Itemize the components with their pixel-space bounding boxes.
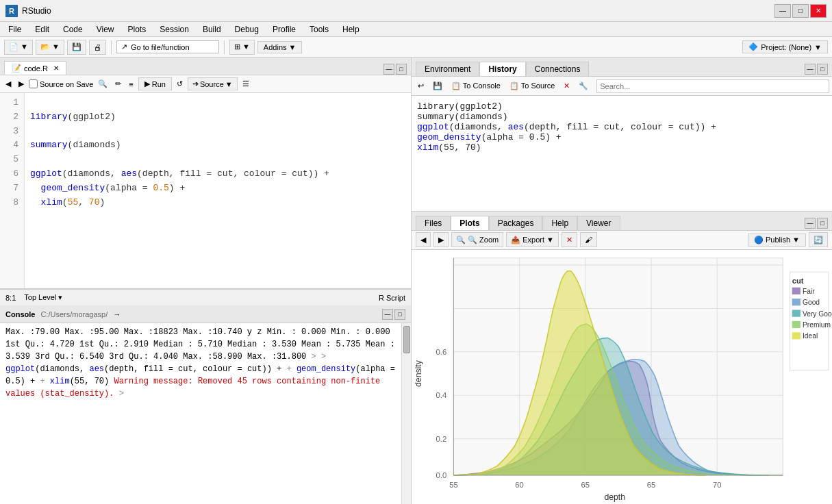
tab-close-icon[interactable]: ✕ (53, 64, 59, 72)
env-to-source-btn[interactable]: 📋 To Source (506, 79, 558, 94)
console-maximize-btn[interactable]: □ (394, 309, 405, 320)
svg-text:0.2: 0.2 (436, 434, 447, 442)
export-icon: 📤 (511, 236, 520, 244)
publish-label: Publish (766, 236, 790, 244)
level-indicator: Top Level ▾ (24, 293, 62, 302)
console-text[interactable]: Max. :79.00 Max. :95.00 Max. :18823 Max.… (0, 323, 401, 504)
menu-item-edit[interactable]: Edit (29, 23, 55, 36)
env-minimize-btn[interactable]: — (805, 64, 816, 75)
plots-section: Files Plots Packages Help Viewer — □ ◀ ▶… (412, 212, 832, 504)
env-maximize-btn[interactable]: □ (817, 64, 828, 75)
env-load-btn[interactable]: ↩ (414, 79, 427, 94)
help-tab[interactable]: Help (542, 216, 577, 230)
minimize-button[interactable]: — (774, 4, 791, 18)
editor-menu-button[interactable]: ☰ (240, 77, 252, 91)
run-button[interactable]: ▶ Run (138, 77, 172, 90)
right-panel: Environment History Connections — □ ↩ 💾 … (412, 58, 832, 504)
packages-tab[interactable]: Packages (489, 216, 543, 230)
menu-item-build[interactable]: Build (197, 23, 227, 36)
history-content: library(ggplot2) summary(diamonds) ggplo… (412, 96, 832, 211)
code-text[interactable]: library(ggplot2) summary(diamonds) ggplo… (25, 93, 411, 288)
plots-forward-btn[interactable]: ▶ (433, 232, 449, 247)
editor-search-button[interactable]: 🔍 (95, 77, 110, 91)
cursor-position: 8:1 (5, 294, 16, 302)
source-button[interactable]: ➔ Source ▼ (188, 77, 238, 90)
menu-item-profile[interactable]: Profile (267, 23, 301, 36)
close-button[interactable]: ✕ (810, 4, 827, 18)
addins-button[interactable]: Addins ▼ (257, 41, 303, 53)
rerun-button[interactable]: ↺ (174, 77, 186, 91)
plots-clear-btn[interactable]: ✕ (562, 232, 577, 247)
console-line-3qu-y: 3rd Qu.: 6.540 3rd Qu.: 4.040 (35, 352, 183, 362)
publish-button[interactable]: 🔵 Publish ▼ (748, 234, 806, 247)
menubar: FileEditCodeViewPlotsSessionBuildDebugPr… (0, 22, 832, 37)
source-on-save-checkbox[interactable]: Source on Save (29, 79, 93, 88)
console-empty-prompt: > (312, 352, 321, 362)
menu-item-plots[interactable]: Plots (123, 23, 152, 36)
console-line-headers: y z (247, 327, 267, 337)
svg-text:Fair: Fair (803, 288, 815, 295)
menu-item-session[interactable]: Session (154, 23, 194, 36)
plots-zoom-btn[interactable]: 🔍 🔍 Zoom (451, 232, 503, 247)
svg-rect-27 (792, 299, 801, 305)
save-button[interactable]: 💾 (67, 40, 86, 55)
source-on-save-input[interactable] (29, 79, 38, 88)
menu-item-help[interactable]: Help (337, 23, 365, 36)
editor-tab-code[interactable]: 📝 code.R ✕ (4, 61, 66, 75)
menu-item-file[interactable]: File (3, 23, 27, 36)
editor-minimize-btn[interactable]: — (383, 64, 394, 75)
history-tab[interactable]: History (479, 62, 525, 76)
console-warning-label: Warning message: (114, 377, 192, 386)
env-save-btn[interactable]: 💾 (429, 79, 446, 94)
editor-code-button[interactable]: ✏ (112, 77, 124, 91)
density-plot-area: 0.0 0.2 0.4 0.6 55 60 65 65 70 depth den… (412, 250, 832, 504)
grid-button[interactable]: ⊞ ▼ (229, 40, 255, 55)
main-layout: 📝 code.R ✕ — □ ◀ ▶ Source on Save 🔍 ✏ (0, 58, 832, 504)
editor-toolbar: ◀ ▶ Source on Save 🔍 ✏ ≡ ▶ Run ↺ ➔ Sourc… (0, 75, 411, 93)
run-arrow-icon: ▶ (144, 79, 150, 88)
code-editor: 1 2 3 4 5 6 7 8 library(ggplot2) summary… (0, 93, 411, 288)
files-tab[interactable]: Files (416, 216, 451, 230)
print-button[interactable]: 🖨 (89, 40, 106, 55)
environment-tab[interactable]: Environment (416, 62, 479, 76)
goto-file-button[interactable]: ↗ Go to file/function (116, 40, 219, 53)
history-line-3: ggplot(diamonds, aes(depth, fill = cut, … (417, 122, 827, 132)
console-line-max: Max. :79.00 Max. :95.00 Max. :18823 Max.… (5, 327, 242, 337)
viewer-tab[interactable]: Viewer (577, 216, 620, 230)
menu-item-code[interactable]: Code (58, 23, 88, 36)
env-to-console-btn[interactable]: 📋 To Console (448, 79, 504, 94)
left-panel: 📝 code.R ✕ — □ ◀ ▶ Source on Save 🔍 ✏ (0, 58, 412, 504)
console-path-icon[interactable]: → (113, 310, 121, 318)
open-file-button[interactable]: 📂 ▼ (36, 40, 64, 55)
editor-forward-button[interactable]: ▶ (16, 77, 27, 91)
console-panel-controls: — □ (382, 309, 405, 320)
toolbar-separator (111, 40, 112, 54)
env-clear-btn[interactable]: ✕ (560, 79, 573, 94)
zoom-icon: 🔍 (456, 236, 466, 244)
console-minimize-btn[interactable]: — (382, 309, 393, 320)
menu-item-tools[interactable]: Tools (304, 23, 334, 36)
plots-panel-controls: — □ (805, 218, 828, 229)
svg-text:Good: Good (803, 299, 820, 306)
editor-back-button[interactable]: ◀ (3, 77, 14, 91)
plots-minimize-btn[interactable]: — (805, 218, 816, 229)
new-file-button[interactable]: 📄 ▼ (4, 40, 33, 55)
menu-item-view[interactable]: View (91, 23, 120, 36)
plots-maximize-btn[interactable]: □ (817, 218, 828, 229)
plots-back-btn[interactable]: ◀ (416, 232, 431, 247)
plots-refresh-btn[interactable]: 🔄 (809, 232, 828, 247)
svg-text:cut: cut (792, 276, 804, 284)
editor-maximize-btn[interactable]: □ (396, 64, 407, 75)
menu-item-debug[interactable]: Debug (229, 23, 264, 36)
env-search-input[interactable] (596, 79, 829, 93)
console-scrollbar[interactable] (401, 323, 411, 504)
plots-tab[interactable]: Plots (451, 216, 488, 230)
plots-brush-btn[interactable]: 🖌 (580, 232, 597, 247)
plots-export-btn[interactable]: 📤 Export ▼ (506, 232, 559, 247)
maximize-button[interactable]: □ (792, 4, 809, 18)
editor-format-button[interactable]: ≡ (126, 77, 136, 91)
svg-text:Premium: Premium (803, 321, 831, 329)
console-scroll-thumb[interactable] (403, 326, 410, 353)
connections-tab[interactable]: Connections (526, 62, 590, 76)
env-brush-btn[interactable]: 🔧 (575, 79, 592, 94)
